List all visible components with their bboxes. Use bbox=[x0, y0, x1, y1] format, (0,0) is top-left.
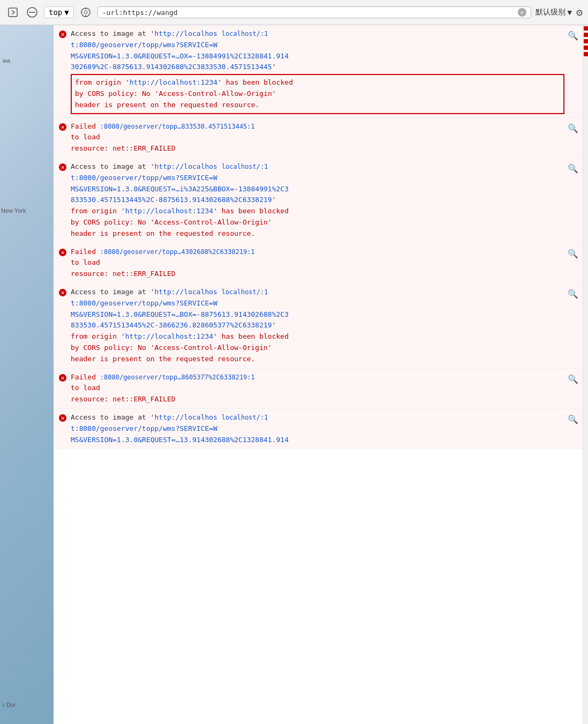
scroll-marker-3 bbox=[584, 39, 588, 43]
map-background: wa New York r Dor bbox=[0, 25, 54, 724]
log-level-selector[interactable]: 默认级别 ▼ bbox=[536, 8, 572, 17]
nav-forward-icon[interactable] bbox=[5, 5, 20, 20]
console-entry-7: ✕ Access to image at 'http://localhos lo… bbox=[54, 409, 583, 449]
cors-block-1: from origin 'http://localhost:1234' has … bbox=[71, 74, 564, 114]
magnify-icon-7[interactable]: 🔍 bbox=[568, 413, 578, 426]
entry5-cont3[interactable]: 833530.4571513445%2C-3866236.828605377%2… bbox=[71, 321, 272, 329]
svg-text:✕: ✕ bbox=[61, 163, 64, 171]
entry1-link-cont1[interactable]: t:8080/geoserver/topp/wms?SERVICE=W bbox=[71, 41, 217, 49]
entry6-failed: Failed bbox=[71, 373, 96, 381]
error-icon-3: ✕ bbox=[58, 162, 67, 172]
log-level-label: 默认级别 bbox=[536, 8, 566, 17]
entry6-detail: to loadresource: net::ERR_FAILED bbox=[71, 384, 176, 403]
console-entry-3: ✕ Access to image at 'http://localhos lo… bbox=[54, 158, 583, 243]
entry5-link1[interactable]: http://localhos bbox=[155, 288, 217, 296]
entry3-link1[interactable]: http://localhos bbox=[155, 162, 217, 170]
settings-icon[interactable]: ⚙ bbox=[576, 6, 583, 19]
svg-text:✕: ✕ bbox=[61, 414, 64, 422]
entry2-failed: Failed bbox=[71, 122, 96, 130]
magnify-icon-3[interactable]: 🔍 bbox=[568, 162, 578, 175]
entry5-cont1[interactable]: t:8080/geoserver/topp/wms?SERVICE=W bbox=[71, 299, 217, 307]
console-entry-5: ✕ Access to image at 'http://localhos lo… bbox=[54, 283, 583, 369]
entry-content-4: Failed :8080/geoserver/topp…4302688%2C63… bbox=[71, 247, 564, 280]
error-icon-6: ✕ bbox=[58, 373, 67, 383]
entry3-cont2[interactable]: MS&VERSION=1.3.0&REQUEST=…i%3A225&BBOX=-… bbox=[71, 185, 289, 193]
entry-content-6: Failed :8080/geoserver/topp…8605377%2C63… bbox=[71, 372, 564, 405]
entry7-link1[interactable]: http://localhos bbox=[155, 413, 217, 421]
console-entry-6: ✕ Failed :8080/geoserver/topp…8605377%2C… bbox=[54, 369, 583, 409]
cors-origin-link-5[interactable]: http://localhost:1234 bbox=[125, 332, 213, 340]
entry3-cont3[interactable]: 833530.4571513445%2C-8875613.914302688%2… bbox=[71, 196, 272, 204]
scroll-marker-4 bbox=[584, 46, 588, 50]
map-label-wa: wa bbox=[3, 57, 10, 64]
svg-point-4 bbox=[84, 11, 87, 14]
magnify-icon-1[interactable]: 🔍 bbox=[568, 29, 578, 42]
svg-rect-0 bbox=[9, 8, 17, 17]
entry5-link2[interactable]: localhost/:1 bbox=[222, 288, 268, 296]
entry4-source[interactable]: :8080/geoserver/topp…4302688%2C6338219:1 bbox=[100, 248, 255, 256]
error-icon-2: ✕ bbox=[58, 122, 67, 132]
entry3-prefix: Access to image at ' bbox=[71, 162, 155, 170]
frame-selector-label: top bbox=[49, 8, 62, 17]
log-level-arrow: ▼ bbox=[568, 8, 572, 17]
entry2-source[interactable]: :8080/geoserver/topp…833530.4571513445:1 bbox=[100, 123, 255, 130]
filter-url-box[interactable]: -url:https://wangd × bbox=[97, 6, 531, 18]
cors-text-1: from origin 'http://localhost:1234' has … bbox=[75, 78, 293, 109]
no-entry-icon[interactable] bbox=[25, 5, 40, 20]
entry7-cont1[interactable]: t:8080/geoserver/topp/wms?SERVICE=W bbox=[71, 424, 217, 432]
entry6-source[interactable]: :8080/geoserver/topp…8605377%2C6338219:1 bbox=[100, 374, 255, 381]
scroll-marker-2 bbox=[584, 33, 588, 37]
entry7-sep bbox=[217, 413, 222, 421]
svg-text:✕: ✕ bbox=[61, 289, 64, 296]
cors-text-3: from origin 'http://localhost:1234' has … bbox=[71, 207, 289, 237]
entry5-sep bbox=[217, 288, 222, 296]
filter-url-clear[interactable]: × bbox=[518, 8, 526, 17]
entry1-prefix: Access to image at ' bbox=[71, 29, 155, 38]
svg-text:✕: ✕ bbox=[61, 249, 64, 256]
entry1-link-cont3[interactable]: 302689%2C-8875613.914302688%2C3833530.45… bbox=[71, 63, 272, 71]
console-entry-2: ✕ Failed :8080/geoserver/topp…833530.457… bbox=[54, 118, 583, 158]
cors-origin-link-1[interactable]: http://localhost:1234 bbox=[130, 78, 217, 86]
console-entry-1: ✕ Access to image at 'http://localhos lo… bbox=[54, 25, 583, 118]
error-icon-4: ✕ bbox=[58, 248, 67, 257]
frame-selector[interactable]: top ▼ bbox=[44, 6, 74, 18]
entry5-cont2[interactable]: MS&VERSION=1.3.0&REQUEST=…BOX=-8875613.9… bbox=[71, 310, 289, 318]
entry7-cont2[interactable]: MS&VERSION=1.3.0&REQUEST=…13.914302688%2… bbox=[71, 436, 289, 444]
console-entry-4: ✕ Failed :8080/geoserver/topp…4302688%2C… bbox=[54, 243, 583, 283]
entry3-cont1[interactable]: t:8080/geoserver/topp/wms?SERVICE=W bbox=[71, 174, 217, 182]
entry3-sep bbox=[217, 162, 222, 170]
entry1-sep bbox=[217, 29, 222, 38]
entry3-link2[interactable]: localhost/:1 bbox=[222, 163, 268, 170]
entry4-failed: Failed bbox=[71, 248, 96, 256]
magnify-icon-2[interactable]: 🔍 bbox=[568, 122, 578, 135]
entry-content-2: Failed :8080/geoserver/topp…833530.45715… bbox=[71, 121, 564, 154]
entry5-prefix: Access to image at ' bbox=[71, 288, 155, 296]
toolbar: top ▼ -url:https://wangd × 默认级别 ▼ ⚙ bbox=[0, 0, 588, 25]
entry7-link2[interactable]: localhost/:1 bbox=[222, 414, 268, 421]
entry-content-5: Access to image at 'http://localhos loca… bbox=[71, 287, 564, 365]
map-label-dor: r Dor bbox=[3, 701, 16, 708]
map-label-newyork: New York bbox=[1, 207, 26, 214]
scroll-marker-5 bbox=[584, 52, 588, 56]
magnify-icon-5[interactable]: 🔍 bbox=[568, 288, 578, 301]
cors-origin-link-3[interactable]: http://localhost:1234 bbox=[125, 207, 213, 215]
error-icon-1: ✕ bbox=[58, 29, 67, 39]
magnify-icon-6[interactable]: 🔍 bbox=[568, 373, 578, 386]
svg-text:✕: ✕ bbox=[61, 374, 64, 382]
error-icon-7: ✕ bbox=[58, 413, 67, 423]
console-panel: ✕ Access to image at 'http://localhos lo… bbox=[54, 25, 583, 724]
filter-url-text: -url:https://wangd bbox=[102, 9, 515, 17]
entry-content-7: Access to image at 'http://localhos loca… bbox=[71, 412, 564, 445]
magnify-icon-4[interactable]: 🔍 bbox=[568, 248, 578, 260]
entry1-link2[interactable]: localhost/:1 bbox=[222, 30, 268, 38]
entry7-prefix: Access to image at ' bbox=[71, 413, 155, 421]
main-content: wa New York r Dor ✕ Access to image at '… bbox=[0, 25, 588, 724]
entry1-link-cont2[interactable]: MS&VERSION=1.3.0&REQUEST=…OX=-13884991%2… bbox=[71, 52, 289, 60]
watch-icon[interactable] bbox=[78, 5, 93, 20]
frame-selector-arrow: ▼ bbox=[64, 8, 69, 17]
cors-text-5: from origin 'http://localhost:1234' has … bbox=[71, 332, 289, 363]
entry1-link1[interactable]: http://localhos bbox=[155, 29, 217, 38]
entry2-detail: to loadresource: net::ERR_FAILED bbox=[71, 133, 176, 152]
entry-content-3: Access to image at 'http://localhos loca… bbox=[71, 161, 564, 240]
error-icon-5: ✕ bbox=[58, 288, 67, 297]
